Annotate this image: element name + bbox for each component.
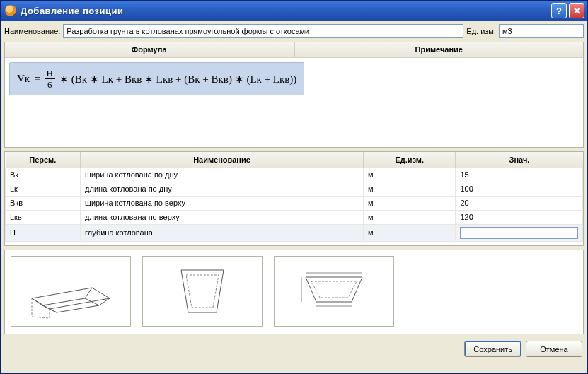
svg-marker-12 <box>311 281 357 298</box>
cell-unit: м <box>363 182 456 196</box>
cell-name: длина котлована по дну <box>81 182 364 196</box>
col-header-note: Примечание <box>294 42 584 58</box>
trapezoid-plan-icon <box>288 263 380 320</box>
pit-isometric-icon <box>25 263 117 320</box>
formula-panel-header: Формула Примечание <box>5 42 583 58</box>
cancel-button[interactable]: Отмена <box>526 341 582 357</box>
cell-unit: м <box>363 196 456 210</box>
cell-name: ширина котлована по верху <box>81 196 364 210</box>
variables-panel: Перем. Наименование Ед.изм. Знач. Bкшири… <box>4 151 584 246</box>
formula-panel-body: Vк= H6 ∗ (Bк ∗ Lк + Bкв ∗ Lкв + (Bк + Bк… <box>5 58 583 147</box>
svg-marker-10 <box>186 275 219 308</box>
cell-value: 100 <box>456 182 583 196</box>
unit-input[interactable] <box>499 24 584 38</box>
vars-col-var: Перем. <box>6 152 81 168</box>
app-icon <box>5 5 16 16</box>
cell-name: ширина котлована по дну <box>81 168 364 182</box>
svg-marker-11 <box>306 277 362 302</box>
button-row: Сохранить Отмена <box>4 338 584 358</box>
table-row[interactable]: Lквдлина котлована по верхум120 <box>6 210 583 224</box>
table-row[interactable]: Hглубина котлованам <box>6 224 583 241</box>
thumbnail-iso[interactable] <box>11 256 131 327</box>
dialog-content: Наименование: Ед. изм. Формула Примечани… <box>1 21 587 373</box>
svg-line-3 <box>85 288 92 298</box>
cell-value: 20 <box>456 196 583 210</box>
name-label: Наименование: <box>4 27 60 35</box>
help-button[interactable]: ? <box>551 3 567 18</box>
cell-var: Lкв <box>6 210 81 224</box>
cell-name: длина котлована по верху <box>81 210 364 224</box>
svg-line-5 <box>50 309 57 312</box>
vars-col-val: Знач. <box>456 152 583 168</box>
thumbnails-panel <box>4 250 584 334</box>
cell-var: Lк <box>6 182 81 196</box>
formula-cell-wrap[interactable]: Vк= H6 ∗ (Bк ∗ Lк + Bкв ∗ Lкв + (Bк + Bк… <box>5 58 309 147</box>
svg-marker-9 <box>181 270 224 312</box>
close-icon: ✕ <box>573 6 581 16</box>
variables-table: Перем. Наименование Ед.изм. Знач. Bкшири… <box>5 152 583 242</box>
close-button[interactable]: ✕ <box>569 3 584 18</box>
vars-header-row: Перем. Наименование Ед.изм. Знач. <box>6 152 583 168</box>
trapezoid-front-icon <box>156 263 248 320</box>
vars-col-name: Наименование <box>81 152 364 168</box>
dialog-window: Добавление позиции ? ✕ Наименование: Ед.… <box>0 0 588 374</box>
save-button[interactable]: Сохранить <box>464 341 521 357</box>
svg-line-8 <box>32 317 50 318</box>
cell-unit: м <box>363 210 456 224</box>
cell-unit: м <box>363 168 456 182</box>
svg-line-2 <box>32 298 42 305</box>
cell-var: Bкв <box>6 196 81 210</box>
formula-display: Vк= H6 ∗ (Bк ∗ Lк + Bкв ∗ Lкв + (Bк + Bк… <box>9 62 304 95</box>
formula-panel: Формула Примечание Vк= H6 ∗ (Bк ∗ Lк + B… <box>4 42 584 148</box>
unit-label: Ед. изм. <box>466 27 496 35</box>
thumbnail-front[interactable] <box>142 256 263 327</box>
note-cell[interactable] <box>309 58 583 147</box>
table-row[interactable]: Lкдлина котлована по днум100 <box>6 182 583 196</box>
window-title: Добавление позиции <box>21 6 549 16</box>
value-input[interactable] <box>460 227 578 239</box>
thumbnail-plan[interactable] <box>274 256 394 327</box>
name-input[interactable] <box>63 24 463 38</box>
cell-name: глубина котлована <box>81 224 364 241</box>
name-row: Наименование: Ед. изм. <box>4 24 584 38</box>
cell-var: Bк <box>6 168 81 182</box>
cell-value <box>456 224 583 241</box>
table-row[interactable]: Bквширина котлована по верхум20 <box>6 196 583 210</box>
cell-value: 15 <box>456 168 583 182</box>
col-header-formula: Формула <box>5 42 294 58</box>
cell-value: 120 <box>456 210 583 224</box>
cell-unit: м <box>363 224 456 241</box>
table-row[interactable]: Bкширина котлована по днум15 <box>6 168 583 182</box>
vars-col-unit: Ед.изм. <box>363 152 456 168</box>
titlebar: Добавление позиции ? ✕ <box>1 1 587 21</box>
cell-var: H <box>6 224 81 241</box>
